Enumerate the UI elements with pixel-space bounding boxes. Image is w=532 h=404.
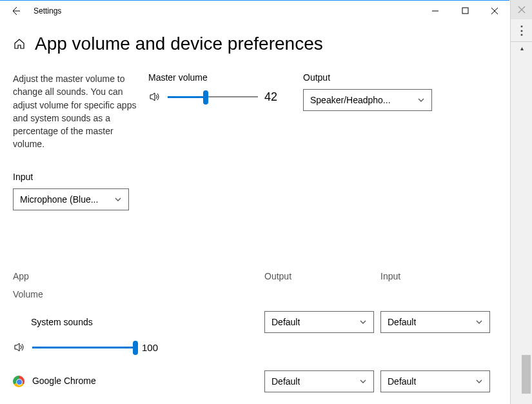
kebab-icon: ⋮	[511, 19, 532, 41]
chrome-output-dropdown[interactable]: Default	[264, 370, 374, 392]
scrollbar-thumb	[522, 355, 531, 394]
chrome-icon	[13, 376, 25, 387]
system-output-dropdown[interactable]: Default	[264, 311, 374, 333]
background-window-strip: ⋮ ▴	[510, 0, 532, 404]
close-button[interactable]	[480, 1, 509, 21]
volume-column-label: Volume	[13, 289, 497, 299]
master-volume-label: Master volume	[148, 72, 297, 83]
back-button[interactable]	[3, 1, 28, 21]
system-volume-slider[interactable]	[32, 339, 135, 355]
chevron-down-icon	[359, 378, 367, 385]
minimize-button[interactable]	[420, 1, 450, 21]
chevron-down-icon	[475, 318, 483, 326]
svg-rect-0	[462, 8, 468, 14]
output-dropdown[interactable]: Speaker/Headpho...	[303, 89, 432, 111]
output-label: Output	[303, 72, 432, 83]
speaker-icon[interactable]	[13, 341, 26, 354]
background-close-icon	[511, 0, 532, 19]
app-name-chrome: Google Chrome	[13, 376, 258, 387]
page-description: Adjust the master volume to change all s…	[13, 72, 142, 151]
column-app-label: App	[13, 271, 258, 281]
speaker-icon[interactable]	[148, 90, 161, 103]
chevron-down-icon	[417, 96, 425, 104]
system-volume-value: 100	[142, 342, 158, 353]
master-volume-slider[interactable]	[168, 89, 258, 105]
app-name-system: System sounds	[31, 317, 258, 327]
column-input-label: Input	[380, 271, 490, 281]
chevron-down-icon	[114, 196, 122, 203]
chrome-input-dropdown[interactable]: Default	[380, 370, 490, 392]
chevron-down-icon	[475, 378, 483, 385]
input-dropdown[interactable]: Microphone (Blue...	[13, 188, 129, 210]
home-icon[interactable]	[13, 37, 26, 50]
input-selected: Microphone (Blue...	[20, 194, 98, 205]
titlebar: Settings	[0, 0, 509, 21]
page-title: App volume and device preferences	[35, 34, 323, 54]
window-title: Settings	[34, 6, 61, 15]
system-input-dropdown[interactable]: Default	[380, 311, 490, 333]
chevron-down-icon	[359, 318, 367, 326]
input-label: Input	[13, 172, 497, 182]
column-output-label: Output	[264, 271, 374, 281]
maximize-button[interactable]	[450, 1, 480, 21]
master-volume-value: 42	[264, 90, 277, 104]
scroll-up-icon: ▴	[511, 41, 532, 54]
output-selected: Speaker/Headpho...	[310, 95, 391, 105]
